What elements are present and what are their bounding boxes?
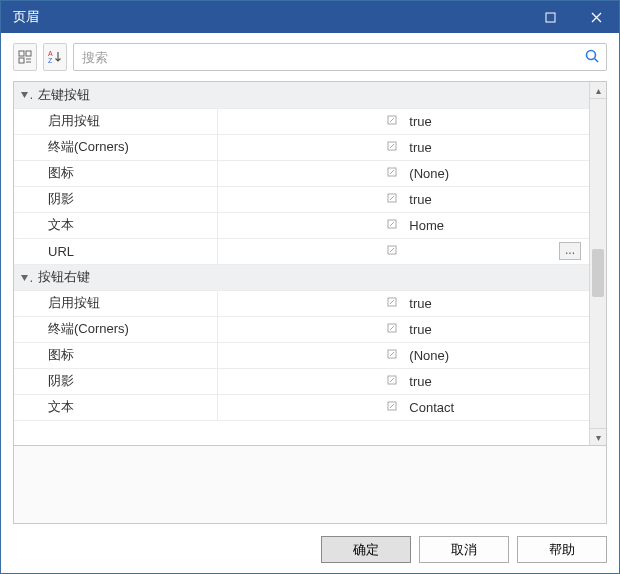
property-label: 阴影 xyxy=(38,373,74,388)
property-indicator-icon xyxy=(218,342,404,368)
property-value-cell[interactable]: (None) xyxy=(403,342,589,368)
property-value: Contact xyxy=(409,400,454,415)
property-value-cell[interactable]: Contact xyxy=(403,394,589,420)
group-label: 按钮右键 xyxy=(32,264,589,290)
search-icon[interactable] xyxy=(584,48,600,67)
property-row[interactable]: 阴影true xyxy=(14,368,589,394)
property-indicator-icon xyxy=(218,186,404,212)
property-label: 图标 xyxy=(38,347,74,362)
property-indicator-icon xyxy=(218,134,404,160)
svg-rect-0 xyxy=(546,13,555,22)
titlebar: 页眉 xyxy=(1,1,619,33)
alphabetical-sort-button[interactable]: A Z xyxy=(43,43,67,71)
browse-button[interactable]: ... xyxy=(559,242,581,260)
property-row[interactable]: 图标(None) xyxy=(14,342,589,368)
property-indicator-icon xyxy=(218,394,404,420)
categorized-view-button[interactable] xyxy=(13,43,37,71)
svg-text:Z: Z xyxy=(48,57,53,64)
property-label: URL xyxy=(38,244,74,259)
property-value-cell[interactable]: true xyxy=(403,316,589,342)
property-row[interactable]: 图标(None) xyxy=(14,160,589,186)
property-value: true xyxy=(409,374,431,389)
svg-text:A: A xyxy=(48,50,53,57)
svg-rect-2 xyxy=(26,51,31,56)
toolbar: A Z xyxy=(13,43,607,71)
property-value-cell[interactable]: true xyxy=(403,290,589,316)
property-value-cell[interactable]: ... xyxy=(403,238,589,264)
dialog-buttons: 确定 取消 帮助 xyxy=(13,524,607,563)
property-row[interactable]: 启用按钮true xyxy=(14,108,589,134)
svg-line-9 xyxy=(595,58,599,62)
property-value: (None) xyxy=(409,166,449,181)
property-indicator-icon xyxy=(218,368,404,394)
property-value: true xyxy=(409,322,431,337)
property-label: 终端(Corners) xyxy=(38,321,129,336)
property-value: true xyxy=(409,296,431,311)
property-row[interactable]: 终端(Corners)true xyxy=(14,134,589,160)
property-row[interactable]: 启用按钮true xyxy=(14,290,589,316)
property-indicator-icon xyxy=(218,160,404,186)
property-row[interactable]: 终端(Corners)true xyxy=(14,316,589,342)
property-indicator-icon xyxy=(218,316,404,342)
property-label: 图标 xyxy=(38,165,74,180)
property-value: true xyxy=(409,140,431,155)
property-indicator-icon xyxy=(218,238,404,264)
search-input[interactable] xyxy=(74,45,606,70)
property-indicator-icon xyxy=(218,108,404,134)
property-value: true xyxy=(409,192,431,207)
property-value-cell[interactable]: true xyxy=(403,368,589,394)
ok-button[interactable]: 确定 xyxy=(321,536,411,563)
vertical-scrollbar[interactable]: ▴ ▾ xyxy=(589,82,606,445)
close-button[interactable] xyxy=(573,1,619,33)
scroll-up-button[interactable]: ▴ xyxy=(590,82,606,99)
property-grid-viewport[interactable]: 左键按钮启用按钮true终端(Corners)true图标(None)阴影tru… xyxy=(14,82,589,445)
expand-toggle-icon[interactable] xyxy=(14,82,32,108)
property-label: 启用按钮 xyxy=(38,295,100,310)
property-value: (None) xyxy=(409,348,449,363)
property-label: 文本 xyxy=(38,399,74,414)
property-row[interactable]: 文本Contact xyxy=(14,394,589,420)
maximize-button[interactable] xyxy=(527,1,573,33)
property-value: true xyxy=(409,114,431,129)
property-value-cell[interactable]: true xyxy=(403,186,589,212)
property-label: 文本 xyxy=(38,217,74,232)
property-row[interactable]: URL... xyxy=(14,238,589,264)
property-label: 启用按钮 xyxy=(38,113,100,128)
help-button[interactable]: 帮助 xyxy=(517,536,607,563)
property-label: 阴影 xyxy=(38,191,74,206)
dialog-content: A Z 左键按钮启用按钮true终端(Corners)true图标(None)阴… xyxy=(1,33,619,573)
property-value-cell[interactable]: (None) xyxy=(403,160,589,186)
window-title: 页眉 xyxy=(13,8,39,26)
property-row[interactable]: 阴影true xyxy=(14,186,589,212)
property-group-header[interactable]: 左键按钮 xyxy=(14,82,589,108)
property-value-cell[interactable]: true xyxy=(403,134,589,160)
scroll-track[interactable] xyxy=(590,99,606,428)
property-value: Home xyxy=(409,218,444,233)
property-value-cell[interactable]: Home xyxy=(403,212,589,238)
property-grid: 左键按钮启用按钮true终端(Corners)true图标(None)阴影tru… xyxy=(13,81,607,446)
property-indicator-icon xyxy=(218,290,404,316)
expand-toggle-icon[interactable] xyxy=(14,264,32,290)
description-panel xyxy=(13,446,607,524)
cancel-button[interactable]: 取消 xyxy=(419,536,509,563)
group-label: 左键按钮 xyxy=(32,82,589,108)
property-group-header[interactable]: 按钮右键 xyxy=(14,264,589,290)
svg-point-8 xyxy=(587,50,596,59)
property-value-cell[interactable]: true xyxy=(403,108,589,134)
svg-rect-1 xyxy=(19,51,24,56)
property-indicator-icon xyxy=(218,212,404,238)
search-field[interactable] xyxy=(73,43,607,71)
scroll-down-button[interactable]: ▾ xyxy=(590,428,606,445)
window-controls xyxy=(527,1,619,33)
property-label: 终端(Corners) xyxy=(38,139,129,154)
svg-rect-3 xyxy=(19,58,24,63)
scroll-thumb[interactable] xyxy=(592,249,604,297)
property-row[interactable]: 文本Home xyxy=(14,212,589,238)
